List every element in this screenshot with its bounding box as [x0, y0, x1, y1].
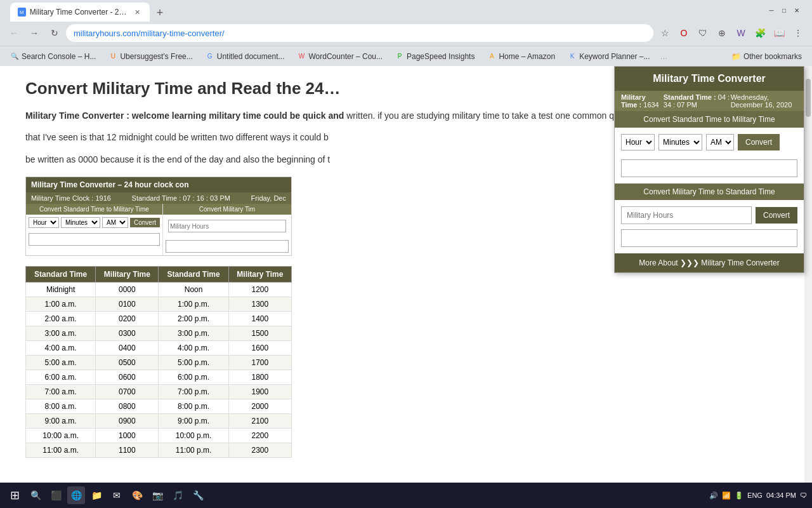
back-button[interactable]: ←	[5, 24, 23, 42]
widget-ampm-select[interactable]: AM	[706, 134, 734, 150]
other-bookmarks-icon: 📁	[731, 52, 741, 61]
star-icon[interactable]: ☆	[656, 24, 674, 42]
intro3-text: be written as 0000 because it is the end…	[25, 154, 330, 164]
bookmark-pagespeed[interactable]: P PageSpeed Insights	[390, 51, 480, 62]
bookmark-ubersuggest[interactable]: U Ubersuggest's Free...	[103, 51, 197, 62]
opera-icon[interactable]: O	[675, 24, 693, 42]
maximize-button[interactable]: □	[779, 5, 789, 15]
table-row: 7:00 a.m.07007:00 p.m.1900	[26, 385, 292, 399]
new-tab-button[interactable]: +	[151, 4, 169, 22]
intro2-text: that I've seen is that 12 midnight could…	[25, 132, 329, 142]
intro1-cont: written. if you are studying military ti…	[346, 110, 643, 121]
other-bookmarks[interactable]: 📁 Other bookmarks	[726, 51, 807, 62]
bookmark-label-7: Keyword Planner –...	[579, 52, 650, 61]
widget-standard-time: Standard Time : 04 : 34 : 07 PM	[664, 93, 731, 109]
embedded-convert-button-1[interactable]: Convert	[130, 218, 160, 227]
vpn-icon[interactable]: ⊕	[713, 24, 731, 42]
url-text: militaryhours.com/military-time-converte…	[74, 29, 225, 38]
bookmark-wordcounter[interactable]: W WordCounter – Cou...	[292, 51, 388, 62]
menu-icon[interactable]: ⋮	[789, 24, 807, 42]
taskbar-battery-icon: 🔋	[735, 491, 743, 500]
reload-button[interactable]: ↻	[46, 24, 63, 42]
start-button[interactable]: ⊞	[5, 486, 24, 505]
widget-convert-button-1[interactable]: Convert	[738, 134, 780, 150]
widget-military-input[interactable]	[621, 206, 752, 224]
table-row: Midnight0000Noon1200	[26, 283, 292, 297]
chrome-icon: 🌐	[71, 490, 82, 500]
readingmode-icon[interactable]: 📖	[770, 24, 788, 42]
taskbar-paint[interactable]: 🎨	[128, 486, 146, 504]
embedded-converter-widget: Military Time Converter – 24 hour clock …	[25, 177, 292, 256]
taskbar: ⊞ 🔍 ⬛ 🌐 📁 ✉ 🎨 📷 🎵 🔧 🔊 📶 🔋 ENG 04:34 PM 🗨	[0, 483, 812, 508]
table-header-mil1: Military Time	[96, 267, 159, 283]
shield-icon[interactable]: 🛡	[694, 24, 712, 42]
bookmark-docs[interactable]: G Untitled document...	[200, 51, 290, 62]
minimize-button[interactable]: ─	[766, 5, 776, 15]
bookmark-favicon-5: P	[395, 52, 404, 61]
ext-icon[interactable]: 🧩	[751, 24, 769, 42]
widget-hour-select[interactable]: Hour	[621, 134, 655, 150]
embedded-minutes-select[interactable]: Minutes	[61, 217, 100, 228]
table-row: 6:00 a.m.06006:00 p.m.1800	[26, 370, 292, 385]
embedded-clock: Military Time Clock : 1916	[31, 194, 111, 202]
settings-icon: 🔧	[193, 490, 204, 500]
bookmark-favicon-6: A	[487, 52, 496, 61]
taskbar-lang: ENG	[747, 491, 763, 499]
taskbar-explorer[interactable]: 📁	[88, 486, 105, 504]
table-row: 11:00 a.m.110011:00 p.m.2300	[26, 443, 292, 458]
embedded-clock-bar: Military Time Clock : 1916 Standard Time…	[26, 192, 291, 204]
windows-icon: ⊞	[10, 488, 20, 502]
taskbar-taskview[interactable]: ⬛	[47, 486, 65, 504]
url-bar[interactable]: militaryhours.com/military-time-converte…	[66, 24, 653, 42]
taskbar-clock: 04:34 PM	[766, 491, 796, 499]
taskbar-chrome[interactable]: 🌐	[67, 486, 85, 504]
content-area: Convert Military Time and Read the 24… M…	[0, 66, 812, 485]
taskbar-camera[interactable]: 📷	[148, 486, 166, 504]
mail-icon: ✉	[113, 490, 121, 500]
wallet-icon[interactable]: W	[732, 24, 750, 42]
taskbar-search[interactable]: 🔍	[27, 486, 44, 504]
table-header-mil2: Military Time	[228, 267, 291, 283]
taskbar-media[interactable]: 🎵	[169, 486, 187, 504]
bookmark-label-4: WordCounter – Cou...	[308, 52, 383, 61]
taskbar-right: 🔊 📶 🔋 ENG 04:34 PM 🗨	[709, 491, 807, 500]
bookmark-keyword[interactable]: K Keyword Planner –...	[563, 51, 655, 62]
bookmark-amazon[interactable]: A Home – Amazon	[482, 51, 560, 62]
widget-convert-button-2[interactable]: Convert	[756, 207, 797, 224]
media-icon: 🎵	[173, 490, 183, 500]
close-button[interactable]: ✕	[792, 5, 802, 15]
widget-military-section: Convert	[615, 200, 804, 253]
taskbar-mail[interactable]: ✉	[108, 486, 126, 504]
taskbar-settings[interactable]: 🔧	[189, 486, 207, 504]
widget-military-result	[621, 229, 797, 247]
bookmark-search-console[interactable]: 🔍 Search Console – H...	[5, 51, 101, 62]
embedded-hour-select[interactable]: Hour	[29, 217, 59, 228]
bookmark-label-6: Home – Amazon	[499, 52, 555, 61]
widget-section2-title: Convert Military Time to Standard Time	[615, 184, 804, 200]
scrollbar[interactable]	[804, 66, 812, 485]
embedded-ampm-select[interactable]: AM	[102, 217, 128, 228]
address-bar-row: ← → ↻ militaryhours.com/military-time-co…	[0, 20, 812, 46]
table-row: 5:00 a.m.05005:00 p.m.1700	[26, 356, 292, 370]
floating-widget: Military Time Converter Military Time : …	[614, 66, 804, 273]
forward-button[interactable]: →	[25, 24, 43, 42]
title-bar: M Military Time Converter - 24 hou ✕ + ─…	[0, 0, 812, 20]
taskbar-volume-icon: 📶	[722, 491, 731, 500]
bookmarks-bar: 🔍 Search Console – H... U Ubersuggest's …	[0, 46, 812, 66]
title-bar-left: M Military Time Converter - 24 hou ✕ +	[5, 0, 174, 22]
embedded-military-input[interactable]	[168, 220, 286, 232]
widget-footer[interactable]: More About ❯❯❯ Military Time Converter	[615, 253, 804, 272]
bookmark-label-2: Ubersuggest's Free...	[120, 52, 192, 61]
intro1-text: Military Time Converter : welcome learni…	[25, 110, 344, 121]
embedded-sections-row: Convert Standard Time to Military Time H…	[26, 204, 291, 255]
widget-minutes-select[interactable]: Minutes	[658, 134, 702, 150]
widget-result-box-1	[621, 159, 797, 177]
embedded-military-row	[163, 215, 291, 237]
embedded-widget-title: Military Time Converter – 24 hour clock …	[26, 177, 291, 192]
tab-favicon: M	[18, 8, 26, 17]
widget-title: Military Time Converter	[615, 67, 804, 91]
scrollbar-thumb[interactable]	[806, 79, 811, 117]
taskbar-notification-icon: 🗨	[800, 491, 807, 499]
active-tab[interactable]: M Military Time Converter - 24 hou ✕	[10, 3, 150, 22]
tab-close-button[interactable]: ✕	[133, 7, 142, 17]
